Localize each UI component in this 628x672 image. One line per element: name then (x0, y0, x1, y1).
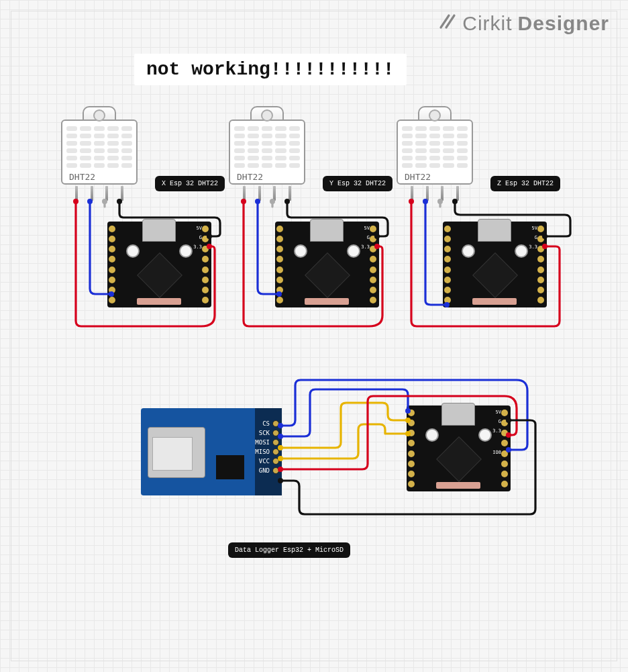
group-label-z: Z Esp 32 DHT22 (490, 176, 560, 191)
group-label-x: X Esp 32 DHT22 (155, 176, 225, 191)
logger-label: Data Logger Esp32 + MicroSD (228, 542, 350, 558)
logo-icon (438, 13, 457, 35)
esp32-board-z[interactable]: 5V G 3.3 (443, 222, 547, 307)
dht-label: DHT22 (66, 172, 132, 182)
dht-label: DHT22 (402, 172, 468, 182)
dht22-sensor-y[interactable]: DHT22 (229, 106, 305, 201)
dht22-sensor-x[interactable]: DHT22 (61, 106, 138, 201)
esp32-board-y[interactable]: 5V G 3.3 (275, 222, 379, 307)
grid-canvas (0, 0, 628, 672)
brand: Cirkit Designer (438, 12, 609, 35)
dht22-sensor-z[interactable]: DHT22 (397, 106, 473, 201)
sd-pin-list: CS SCK MOSI MISO VCC GND (255, 420, 279, 474)
brand-word-1: Cirkit (462, 12, 512, 35)
group-label-y: Y Esp 32 DHT22 (323, 176, 392, 191)
esp32-board-x[interactable]: 5V G 3.3 (107, 222, 211, 307)
esp32-board-logger[interactable]: 5V G 3.3 IO8 (407, 405, 511, 491)
brand-word-2: Designer (518, 12, 609, 35)
annotation-note[interactable]: not working!!!!!!!!!!! (134, 54, 407, 85)
microsd-module[interactable]: CS SCK MOSI MISO VCC GND (141, 408, 282, 495)
dht-label: DHT22 (234, 172, 300, 182)
